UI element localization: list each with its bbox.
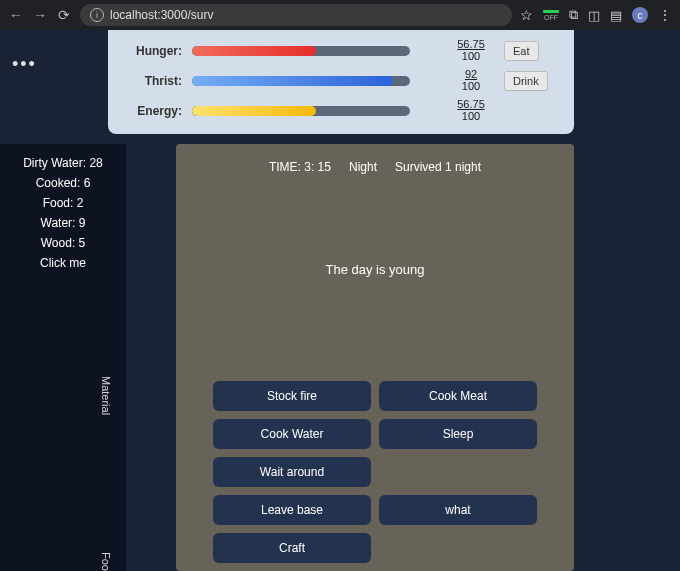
thirst-value: 92 100 xyxy=(442,69,500,92)
survived-label: Survived 1 night xyxy=(395,160,481,174)
app-menu-button[interactable]: ••• xyxy=(12,54,37,75)
food-section-label: Food xyxy=(100,552,112,571)
phase-label: Night xyxy=(349,160,377,174)
leave-base-button[interactable]: Leave base xyxy=(213,495,371,525)
inventory-item[interactable]: Wood: 5 xyxy=(0,236,126,250)
forward-icon[interactable]: → xyxy=(32,7,48,23)
stage-message: The day is young xyxy=(176,262,574,277)
what-button[interactable]: what xyxy=(379,495,537,525)
devtools-icon[interactable]: ◫ xyxy=(588,8,600,23)
energy-value: 56.75 100 xyxy=(442,99,500,122)
hunger-value: 56.75 100 xyxy=(442,39,500,62)
wait-around-button[interactable]: Wait around xyxy=(213,457,371,487)
profile-avatar[interactable]: c xyxy=(632,7,648,23)
thirst-label: Thrist: xyxy=(118,74,192,88)
thirst-bar xyxy=(192,76,410,86)
reload-icon[interactable]: ⟳ xyxy=(56,7,72,23)
material-section-label: Material xyxy=(100,376,112,415)
cook-water-button[interactable]: Cook Water xyxy=(213,419,371,449)
hunger-label: Hunger: xyxy=(118,44,192,58)
url-text: localhost:3000/surv xyxy=(110,8,213,22)
thirst-row: Thrist: 92 100 Drink xyxy=(118,66,564,96)
action-buttons: Stock fire Cook Meat Cook Water Sleep Wa… xyxy=(176,381,574,563)
site-info-icon[interactable]: i xyxy=(90,8,104,22)
inventory-item[interactable]: Food: 2 xyxy=(0,196,126,210)
inventory-item[interactable]: Dirty Water: 28 xyxy=(0,156,126,170)
stats-panel: Hunger: 56.75 100 Eat Thrist: 92 100 Dri… xyxy=(108,30,574,134)
browser-menu-icon[interactable]: ⋮ xyxy=(658,7,672,23)
game-stage: TIME: 3: 15 Night Survived 1 night The d… xyxy=(176,144,574,571)
side-panel-icon[interactable]: ▤ xyxy=(610,8,622,23)
time-bar: TIME: 3: 15 Night Survived 1 night xyxy=(176,160,574,174)
energy-row: Energy: 56.75 100 xyxy=(118,96,564,126)
drink-button[interactable]: Drink xyxy=(504,71,548,91)
cook-meat-button[interactable]: Cook Meat xyxy=(379,381,537,411)
stock-fire-button[interactable]: Stock fire xyxy=(213,381,371,411)
app-root: ••• Hunger: 56.75 100 Eat Thrist: 92 100… xyxy=(0,30,680,571)
browser-chrome: ← → ⟳ i localhost:3000/surv ☆ OFF ⧉ ◫ ▤ … xyxy=(0,0,680,30)
inventory-panel: Dirty Water: 28 Cooked: 6 Food: 2 Water:… xyxy=(0,144,126,571)
time-label: TIME: 3: 15 xyxy=(269,160,331,174)
hunger-bar-fill xyxy=(192,46,316,56)
bookmark-icon[interactable]: ☆ xyxy=(520,7,533,23)
energy-bar-fill xyxy=(192,106,316,116)
extension-off-badge[interactable]: OFF xyxy=(543,10,559,21)
thirst-bar-fill xyxy=(192,76,393,86)
address-bar[interactable]: i localhost:3000/surv xyxy=(80,4,512,26)
inventory-item[interactable]: Water: 9 xyxy=(0,216,126,230)
craft-button[interactable]: Craft xyxy=(213,533,371,563)
hunger-row: Hunger: 56.75 100 Eat xyxy=(118,36,564,66)
inventory-item[interactable]: Click me xyxy=(0,256,126,270)
energy-bar xyxy=(192,106,410,116)
inventory-item[interactable]: Cooked: 6 xyxy=(0,176,126,190)
back-icon[interactable]: ← xyxy=(8,7,24,23)
extensions-icon[interactable]: ⧉ xyxy=(569,7,578,23)
energy-label: Energy: xyxy=(118,104,192,118)
sleep-button[interactable]: Sleep xyxy=(379,419,537,449)
eat-button[interactable]: Eat xyxy=(504,41,539,61)
hunger-bar xyxy=(192,46,410,56)
